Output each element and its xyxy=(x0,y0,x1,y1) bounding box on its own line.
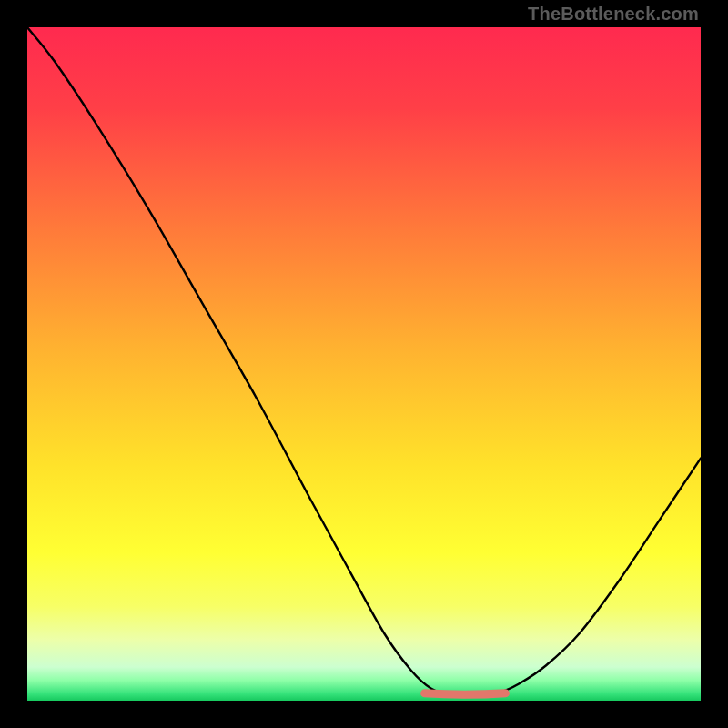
bottleneck-curve xyxy=(27,27,701,701)
plot-area xyxy=(27,27,701,701)
optimal-marker xyxy=(425,693,506,695)
curve-line xyxy=(27,27,701,695)
watermark-text: TheBottleneck.com xyxy=(528,4,699,25)
chart-frame: TheBottleneck.com xyxy=(0,0,728,728)
